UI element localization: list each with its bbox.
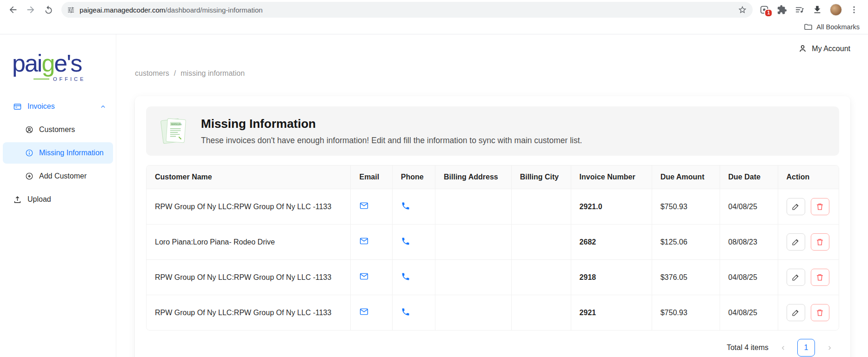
sidebar-item-missing-information[interactable]: Missing Information [3, 142, 113, 164]
email-button[interactable] [359, 201, 369, 211]
folder-icon [804, 22, 813, 31]
all-bookmarks-button[interactable]: All Bookmarks [804, 22, 860, 31]
column-header-due-date: Due Date [720, 165, 778, 189]
sidebar-item-customers[interactable]: Customers [3, 119, 113, 140]
column-header-action: Action [778, 165, 839, 189]
edit-button[interactable] [787, 269, 805, 286]
column-header-billing-city: Billing City [511, 165, 571, 189]
logo-text: paige's [12, 51, 105, 75]
phone-icon [401, 307, 410, 317]
email-button[interactable] [359, 307, 369, 317]
column-header-email: Email [351, 165, 392, 189]
table-row: RPW Group Of Ny LLC:RPW Group Of Ny LLC … [147, 260, 839, 295]
info-circle-icon [25, 149, 33, 157]
breadcrumb: customers / missing information [135, 69, 850, 78]
edit-button[interactable] [787, 233, 805, 251]
forward-button[interactable] [22, 1, 39, 18]
edit-button[interactable] [787, 304, 805, 321]
forward-icon [26, 5, 36, 15]
svg-text:MANUAL: MANUAL [171, 123, 182, 126]
chevron-up-icon [100, 103, 107, 110]
cell-due-amount: $125.06 [652, 225, 720, 260]
extension-badge: 1 [764, 9, 773, 17]
table-row: RPW Group Of Ny LLC:RPW Group Of Ny LLC … [147, 295, 839, 331]
cell-billing-city [511, 225, 571, 260]
cell-customer-name: RPW Group Of Ny LLC:RPW Group Of Ny LLC … [147, 189, 351, 225]
page-subtitle: These invoices don't have enough informa… [201, 136, 582, 145]
sidebar-item-invoices[interactable]: Invoices [3, 96, 113, 117]
chevron-right-icon [826, 344, 833, 351]
extensions-puzzle-icon[interactable] [777, 5, 787, 15]
cell-customer-name: RPW Group Of Ny LLC:RPW Group Of Ny LLC … [147, 260, 351, 295]
reload-icon [44, 5, 53, 15]
phone-icon [401, 201, 410, 211]
delete-trash-icon [815, 308, 824, 317]
cell-due-amount: $750.93 [652, 189, 720, 225]
reload-button[interactable] [40, 1, 57, 18]
bookmark-star-icon[interactable] [738, 5, 747, 14]
table-header-row: Customer NameEmailPhoneBilling AddressBi… [147, 165, 839, 189]
my-account-button[interactable]: My Account [798, 44, 850, 53]
toolbar-right-icons: 1 [757, 4, 863, 16]
address-bar[interactable]: paigeai.managedcoder.com/dashboard/missi… [61, 2, 753, 18]
url-text: paigeai.managedcoder.com/dashboard/missi… [80, 6, 733, 14]
delete-button[interactable] [811, 304, 829, 321]
cell-invoice-number: 2921.0 [571, 189, 652, 225]
profile-avatar[interactable] [830, 4, 842, 16]
customers-icon [25, 126, 33, 134]
email-button[interactable] [359, 271, 369, 281]
cell-invoice-number: 2682 [571, 225, 652, 260]
delete-trash-icon [815, 273, 824, 282]
media-controls-icon[interactable] [795, 5, 805, 15]
browser-menu-kebab-icon[interactable] [849, 5, 859, 14]
delete-button[interactable] [811, 233, 829, 251]
upload-icon [13, 195, 22, 204]
pagination-page-1-button[interactable]: 1 [797, 339, 815, 357]
email-button[interactable] [359, 236, 369, 246]
pagination-next-button[interactable] [821, 339, 838, 357]
breadcrumb-missing-information[interactable]: missing information [180, 69, 245, 78]
all-bookmarks-label: All Bookmarks [816, 23, 860, 31]
extension-badged-icon[interactable]: 1 [759, 5, 769, 15]
column-header-customer-name: Customer Name [147, 165, 351, 189]
delete-button[interactable] [811, 269, 829, 286]
cell-billing-address [435, 295, 511, 331]
email-icon [359, 236, 369, 246]
sidebar-item-add-customer[interactable]: Add Customer [3, 165, 113, 187]
edit-button[interactable] [787, 198, 805, 215]
delete-button[interactable] [811, 198, 829, 215]
phone-button[interactable] [401, 307, 410, 317]
site-settings-icon[interactable] [67, 6, 75, 14]
phone-button[interactable] [401, 237, 410, 246]
my-account-label: My Account [812, 45, 850, 53]
breadcrumb-customers[interactable]: customers [135, 69, 169, 78]
cell-billing-address [435, 225, 511, 260]
sidebar: paige's OFFICE Invoices Customers Missin… [0, 34, 116, 357]
downloads-icon[interactable] [812, 5, 822, 15]
edit-pencil-icon [791, 202, 800, 211]
cell-customer-name: Loro Piana:Loro Piana- Rodeo Drive [147, 225, 351, 260]
table-row: Loro Piana:Loro Piana- Rodeo Drive 2682 … [147, 225, 839, 260]
sidebar-item-invoices-label: Invoices [27, 102, 94, 111]
sidebar-item-upload[interactable]: Upload [3, 189, 113, 210]
logo[interactable]: paige's OFFICE [0, 47, 116, 96]
cell-due-date: 04/08/25 [720, 260, 778, 295]
cell-invoice-number: 2921 [571, 295, 652, 331]
email-icon [359, 201, 369, 211]
back-button[interactable] [5, 1, 21, 18]
main-content: My Account customers / missing informati… [116, 34, 868, 357]
cell-billing-address [435, 260, 511, 295]
column-header-phone: Phone [392, 165, 435, 189]
cell-customer-name: RPW Group Of Ny LLC:RPW Group Of Ny LLC … [147, 295, 351, 331]
table-body: RPW Group Of Ny LLC:RPW Group Of Ny LLC … [147, 189, 839, 331]
phone-button[interactable] [401, 201, 410, 211]
phone-icon [401, 272, 410, 281]
cell-invoice-number: 2918 [571, 260, 652, 295]
pagination-prev-button[interactable] [774, 339, 792, 357]
sidebar-item-upload-label: Upload [27, 195, 51, 204]
breadcrumb-separator: / [174, 69, 176, 78]
chevron-left-icon [780, 344, 787, 351]
cell-billing-city [511, 295, 571, 331]
phone-button[interactable] [401, 272, 410, 281]
pagination: Total 4 items 1 [146, 331, 839, 357]
